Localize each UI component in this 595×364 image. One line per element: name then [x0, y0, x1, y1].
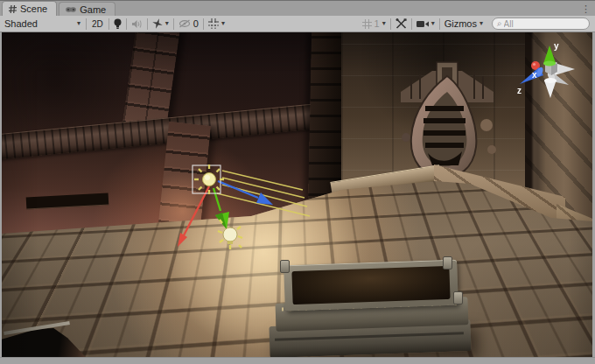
- eye-hidden-icon: [178, 19, 191, 28]
- speaker-icon: [131, 19, 143, 29]
- tab-overflow-menu-icon[interactable]: ⋮: [579, 4, 592, 13]
- 2d-toggle-button[interactable]: 2D: [87, 17, 108, 32]
- draw-mode-dropdown[interactable]: Shaded ▾: [0, 17, 86, 32]
- scene-toolbar: Shaded ▾ 2D ▾: [0, 16, 595, 32]
- chevron-down-icon: ▾: [77, 20, 80, 27]
- scene-3d-viewport[interactable]: y x z: [2, 32, 592, 357]
- tab-scene-label: Scene: [20, 4, 47, 14]
- toolbar-right-group: 1 ▾ ▾ Gizmos ▾ ⌕: [358, 17, 590, 32]
- chevron-down-icon: ▾: [165, 20, 169, 27]
- viewport-frame-left: [0, 32, 2, 357]
- tab-game-label: Game: [80, 4, 106, 15]
- camera-icon: [416, 20, 429, 28]
- grid-icon: [362, 19, 372, 29]
- move-gizmo-z-handle[interactable]: [218, 181, 273, 205]
- axis-label-z: z: [517, 86, 522, 95]
- tab-scene[interactable]: Scene: [2, 1, 57, 16]
- search-icon: ⌕: [497, 19, 502, 28]
- move-gizmo-x-handle[interactable]: [178, 186, 209, 247]
- point-light-gizmo[interactable]: [218, 220, 242, 249]
- tab-bar: Scene Game ⋮: [0, 0, 595, 16]
- chevron-down-icon: ▾: [382, 20, 386, 27]
- grid-visibility-dropdown[interactable]: ▾: [204, 17, 229, 32]
- 2d-label: 2D: [92, 19, 103, 29]
- scene-lighting-toggle[interactable]: [109, 17, 126, 32]
- draw-mode-label: Shaded: [4, 18, 38, 29]
- axis-cone-down-gray[interactable]: [544, 78, 556, 98]
- grid-snap-icon: [208, 18, 219, 29]
- grid-value: 1: [374, 18, 380, 29]
- axis-label-x: x: [532, 70, 537, 80]
- gizmo-overlay: [2, 32, 592, 357]
- tools-icon: [396, 18, 407, 29]
- gamepad-icon: [66, 6, 76, 13]
- component-tools-button[interactable]: [391, 17, 411, 32]
- search-input[interactable]: [504, 19, 579, 29]
- scene-view-window: Scene Game ⋮ Shaded ▾ 2D: [0, 0, 595, 364]
- scene-search-field[interactable]: ⌕: [492, 18, 590, 30]
- camera-settings-dropdown[interactable]: 1 ▾: [358, 17, 390, 32]
- effects-dropdown-button[interactable]: ▾: [148, 17, 173, 32]
- gizmos-dropdown[interactable]: Gizmos ▾: [440, 17, 487, 32]
- effects-icon: [152, 18, 163, 29]
- lightbulb-icon: [114, 18, 122, 30]
- tab-game[interactable]: Game: [59, 2, 116, 16]
- scene-camera-dropdown[interactable]: ▾: [412, 17, 439, 32]
- viewport-frame-bottom: [0, 357, 595, 364]
- hidden-count: 0: [193, 18, 199, 29]
- orientation-axis-gizmo: y x z: [514, 38, 589, 101]
- hidden-objects-button[interactable]: 0: [174, 17, 203, 32]
- axis-label-y: y: [554, 41, 559, 51]
- chevron-down-icon: ▾: [221, 20, 225, 27]
- scene-grid-icon: [9, 5, 17, 13]
- directional-light-rays: [217, 171, 310, 216]
- chevron-down-icon: ▾: [480, 20, 483, 27]
- chevron-down-icon: ▾: [431, 20, 435, 27]
- gizmos-label: Gizmos: [444, 18, 477, 29]
- scene-audio-toggle[interactable]: [127, 17, 147, 32]
